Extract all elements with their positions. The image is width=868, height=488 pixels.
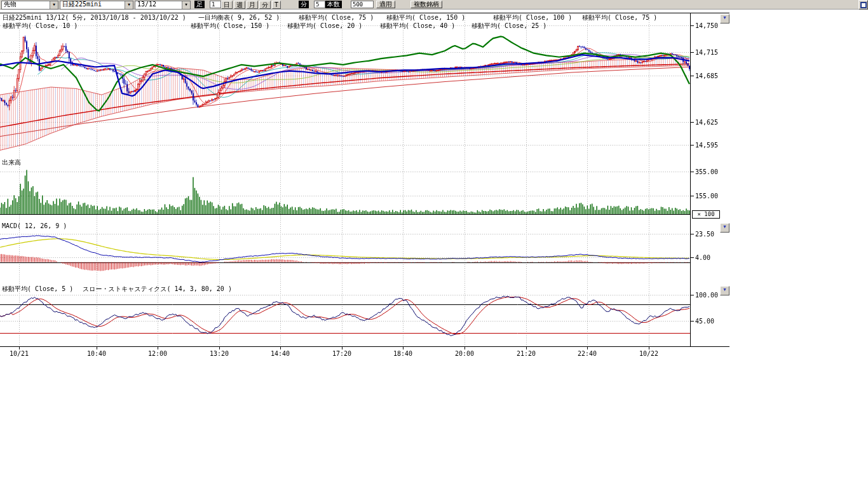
price-panel-dropdown-button[interactable]: ▼ bbox=[720, 14, 729, 24]
period-unit-button[interactable]: 日 bbox=[221, 1, 233, 9]
interval-input[interactable]: 5 bbox=[314, 1, 325, 8]
period-value-input[interactable]: 1 bbox=[210, 1, 221, 8]
instrument-value: 日経225mini bbox=[60, 1, 125, 9]
chart-application-window: 先物 ▼ 日経225mini ▼ 13/12 ▼ 足 1 日週月分T 分 5 本… bbox=[0, 0, 868, 488]
instrument-type-value: 先物 bbox=[2, 1, 50, 9]
contract-month-select[interactable]: 13/12 ▼ bbox=[135, 1, 191, 10]
bars-count-input[interactable]: 500 bbox=[351, 1, 374, 8]
contract-month-value: 13/12 bbox=[135, 1, 182, 9]
apply-button[interactable]: 適用 bbox=[376, 1, 395, 8]
chevron-down-icon[interactable]: ▼ bbox=[50, 1, 58, 9]
chevron-down-icon[interactable]: ▼ bbox=[182, 1, 190, 9]
period-unit-button[interactable]: 週 bbox=[234, 1, 245, 9]
period-unit-button[interactable]: T bbox=[272, 1, 281, 9]
period-unit-button[interactable]: 月 bbox=[247, 1, 258, 9]
instrument-type-select[interactable]: 先物 ▼ bbox=[1, 1, 58, 10]
macd-panel-dropdown-button[interactable]: ▼ bbox=[720, 223, 729, 233]
period-unit-buttons: 日週月分T bbox=[221, 1, 281, 9]
multi-symbol-button[interactable]: 複数銘柄 bbox=[410, 1, 442, 8]
period-unit-button[interactable]: 分 bbox=[259, 1, 271, 9]
minute-label: 分 bbox=[299, 1, 309, 8]
chart-canvas[interactable] bbox=[0, 0, 868, 488]
chevron-down-icon[interactable]: ▼ bbox=[125, 1, 133, 9]
stoch-panel-dropdown-button[interactable]: ▼ bbox=[720, 286, 729, 295]
window-menu-button[interactable] bbox=[858, 0, 868, 10]
window-icon bbox=[860, 2, 867, 8]
toolbar: 先物 ▼ 日経225mini ▼ 13/12 ▼ 足 1 日週月分T 分 5 本… bbox=[0, 0, 868, 10]
bars-label: 本数 bbox=[325, 1, 342, 8]
ashi-label: 足 bbox=[194, 1, 205, 8]
instrument-select[interactable]: 日経225mini ▼ bbox=[60, 1, 133, 10]
